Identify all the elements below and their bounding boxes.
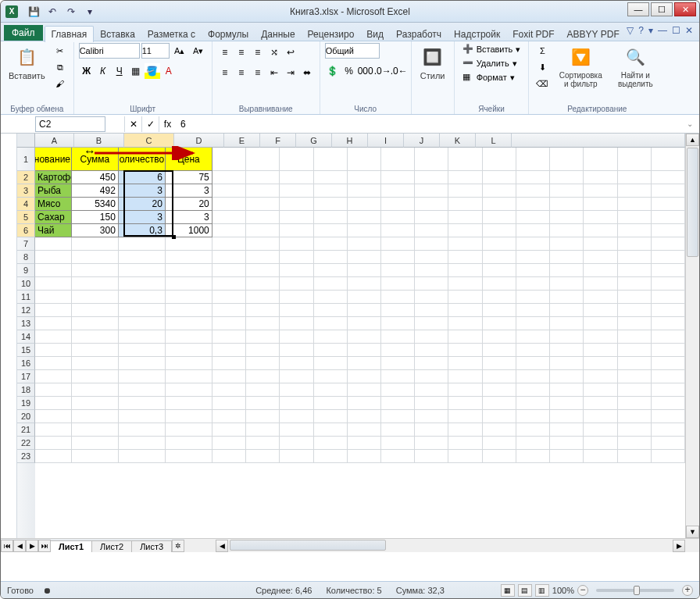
cell[interactable] (212, 330, 246, 344)
cell[interactable] (448, 317, 482, 330)
cell[interactable] (584, 450, 617, 463)
cell[interactable] (483, 330, 516, 344)
sheet-nav-prev[interactable]: ◀ (13, 540, 26, 552)
cell[interactable] (618, 291, 652, 304)
zoom-slider-handle[interactable] (634, 586, 640, 595)
cell[interactable] (212, 450, 246, 463)
clear-button[interactable]: ⌫ (534, 76, 551, 91)
cell[interactable] (415, 211, 448, 224)
cell[interactable] (348, 237, 381, 251)
cell[interactable] (246, 410, 280, 423)
cell[interactable] (516, 317, 550, 330)
cell[interactable]: 0,3 (119, 224, 166, 237)
cell[interactable] (550, 357, 584, 370)
align-middle-button[interactable]: ≡ (234, 45, 249, 60)
cell[interactable] (516, 370, 550, 383)
cell[interactable] (246, 291, 280, 304)
cell[interactable] (483, 423, 516, 437)
cell[interactable] (212, 344, 246, 357)
cell[interactable] (516, 410, 550, 423)
align-center-button[interactable]: ≡ (234, 65, 249, 80)
cell[interactable] (516, 277, 550, 291)
cell[interactable] (448, 184, 482, 198)
cell[interactable] (415, 397, 448, 410)
cell[interactable] (618, 330, 652, 344)
cell[interactable] (415, 198, 448, 211)
cell[interactable] (166, 317, 212, 330)
cell[interactable] (483, 211, 516, 224)
cell[interactable] (652, 397, 685, 410)
cell[interactable] (584, 171, 617, 184)
page-layout-view-button[interactable]: ▤ (518, 584, 532, 597)
cancel-formula-button[interactable]: ✕ (124, 116, 141, 132)
ribbon-tab-8[interactable]: Надстройк (448, 27, 506, 42)
cell[interactable] (516, 251, 550, 264)
paste-button[interactable]: 📋 Вставить (5, 43, 48, 82)
cell[interactable] (119, 423, 166, 437)
cell[interactable] (314, 397, 348, 410)
cell[interactable] (415, 450, 448, 463)
cell[interactable] (483, 237, 516, 251)
zoom-slider[interactable] (596, 589, 674, 592)
cell[interactable] (483, 410, 516, 423)
cell[interactable] (280, 198, 313, 211)
cell[interactable] (212, 437, 246, 450)
cell[interactable]: 492 (72, 184, 119, 198)
cell[interactable] (119, 344, 166, 357)
close-button[interactable]: ✕ (674, 2, 696, 16)
zoom-level[interactable]: 100% (552, 586, 574, 595)
cell[interactable] (550, 224, 584, 237)
cells-area[interactable]: енование тСуммаоличествоЦенаКартофел4506… (35, 148, 685, 538)
cell[interactable] (246, 237, 280, 251)
cell[interactable] (652, 357, 685, 370)
cell[interactable] (415, 224, 448, 237)
cell[interactable] (246, 317, 280, 330)
cell[interactable] (246, 330, 280, 344)
cell[interactable] (246, 437, 280, 450)
cell[interactable] (35, 437, 72, 450)
font-size-select[interactable] (141, 43, 170, 59)
cell[interactable] (35, 264, 72, 277)
row-header-7[interactable]: 7 (17, 237, 35, 251)
cell[interactable] (448, 423, 482, 437)
cell[interactable] (314, 277, 348, 291)
ribbon-tab-9[interactable]: Foxit PDF (506, 27, 560, 42)
cell[interactable] (166, 357, 212, 370)
row-header-11[interactable]: 11 (17, 291, 35, 304)
cell[interactable] (415, 437, 448, 450)
column-header-L[interactable]: L (476, 134, 512, 148)
cell[interactable] (550, 264, 584, 277)
cell[interactable] (584, 397, 617, 410)
cell[interactable] (652, 410, 685, 423)
cell[interactable] (246, 370, 280, 383)
cell[interactable] (618, 148, 652, 171)
cell[interactable] (280, 344, 313, 357)
cell[interactable] (516, 304, 550, 317)
cell[interactable] (35, 423, 72, 437)
cell[interactable] (119, 264, 166, 277)
row-header-8[interactable]: 8 (17, 251, 35, 264)
cell[interactable] (280, 450, 313, 463)
delete-cells-button[interactable]: ➖Удалить ▾ (459, 57, 520, 70)
cell[interactable] (119, 357, 166, 370)
cell[interactable] (550, 410, 584, 423)
decrease-font-button[interactable]: A▾ (190, 43, 207, 59)
cell[interactable] (119, 317, 166, 330)
cell[interactable] (550, 450, 584, 463)
cell[interactable] (550, 148, 584, 171)
cell[interactable] (280, 410, 313, 423)
cell[interactable] (550, 317, 584, 330)
cell[interactable] (72, 317, 119, 330)
cell[interactable] (314, 437, 348, 450)
cell[interactable] (280, 251, 313, 264)
cell[interactable] (314, 370, 348, 383)
cell[interactable] (652, 437, 685, 450)
cell[interactable]: Рыба (35, 184, 72, 198)
cell[interactable] (348, 423, 381, 437)
cell[interactable] (584, 148, 617, 171)
cell[interactable] (618, 423, 652, 437)
cell[interactable] (166, 291, 212, 304)
cell[interactable] (415, 330, 448, 344)
row-header-16[interactable]: 16 (17, 357, 35, 370)
cell[interactable] (584, 317, 617, 330)
